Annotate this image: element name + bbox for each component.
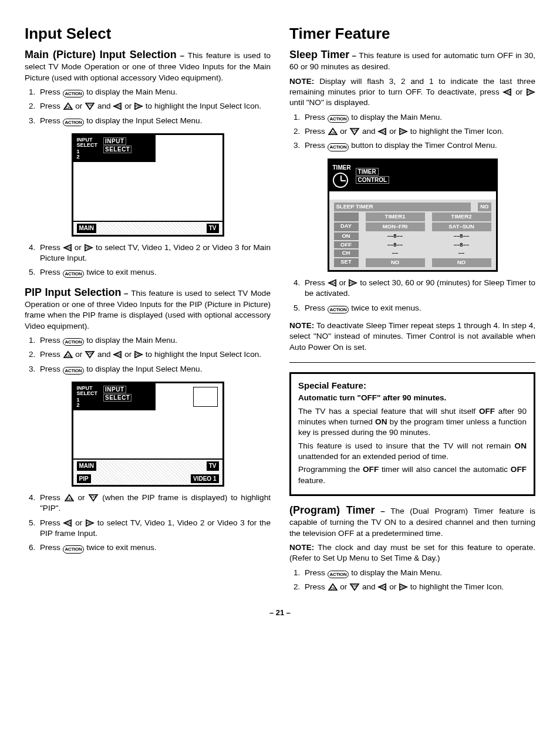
right-arrow-icon (134, 102, 143, 110)
special-heading: Special Feature: (298, 380, 527, 392)
step: Press ACTION to display the Main Menu. (38, 335, 271, 346)
action-button-icon: ACTION (63, 545, 85, 553)
right-arrow-icon (348, 279, 357, 287)
page-number: – 21 – (25, 608, 535, 618)
special-sub: Automatic turn "OFF" after 90 minutes. (298, 393, 527, 403)
down-arrow-icon (349, 583, 360, 591)
left-arrow-icon (502, 88, 512, 96)
sub-pip-input: PIP Input Selection (25, 286, 121, 298)
step: Press or and or to highlight the Input S… (38, 349, 271, 360)
main-input-steps: Press ACTION to display the Main Menu. P… (25, 87, 271, 126)
left-arrow-icon (113, 102, 122, 110)
step: Press or (when the PIP frame is displaye… (38, 493, 271, 514)
down-arrow-icon (88, 494, 99, 502)
up-arrow-icon (64, 494, 75, 502)
step: Press or to select 30, 60 or 90 (minutes… (302, 278, 535, 299)
left-arrow-icon (113, 350, 122, 359)
pip-frame-icon (193, 387, 218, 407)
left-arrow-icon (328, 279, 337, 287)
right-arrow-icon (85, 519, 95, 527)
timer-osd: TIMER TIMER CONTROL SLEEP TIMERNO TIMER1… (289, 158, 535, 272)
up-arrow-icon (63, 102, 73, 110)
right-arrow-icon (399, 583, 408, 591)
sub-sleep-timer: Sleep Timer (289, 49, 349, 60)
up-arrow-icon (63, 350, 73, 359)
action-button-icon: ACTION (63, 338, 85, 346)
divider (289, 362, 535, 363)
step: Press ACTION twice to exit menus. (38, 267, 271, 278)
up-arrow-icon (328, 583, 338, 591)
program-timer-intro: (Program) Timer – The (Dual Program) Tim… (289, 503, 535, 539)
main-input-steps-cont: Press or to select TV, Video 1, Video 2 … (25, 242, 271, 278)
step: Press ACTION twice to exit menus. (302, 303, 535, 313)
pip-input-steps-cont: Press or (when the PIP frame is displaye… (25, 493, 271, 554)
prog-steps: Press ACTION to display the Main Menu. P… (289, 568, 535, 593)
step: Press ACTION twice to exit menus. (38, 542, 271, 553)
action-button-icon: ACTION (328, 115, 349, 123)
sleep-steps: Press ACTION to display the Main Menu. P… (289, 112, 535, 151)
action-button-icon: ACTION (328, 571, 349, 578)
pip-input-intro: PIP Input Selection – This feature is us… (25, 285, 271, 332)
page-columns: Input Select Main (Picture) Input Select… (25, 23, 535, 599)
step: Press ACTION to display the Main Menu. (302, 112, 535, 123)
pip-input-steps: Press ACTION to display the Main Menu. P… (25, 335, 271, 375)
input-select-osd: INPUT SELECT 1 2 INPUT SELECT MAINTV (25, 133, 271, 237)
right-arrow-icon (84, 244, 93, 252)
step: Press ACTION to display the Input Select… (38, 116, 271, 126)
left-arrow-icon (377, 127, 387, 136)
step: Press or to select TV, Video 1, Video 2 … (38, 518, 271, 539)
step: Press or to select TV, Video 1, Video 2 … (38, 242, 271, 264)
step: Press or and or to highlight the Timer I… (302, 126, 535, 137)
main-input-intro: Main (Picture) Input Selection – This fe… (25, 48, 271, 83)
up-arrow-icon (328, 127, 338, 136)
heading-timer-feature: Timer Feature (289, 23, 535, 44)
prog-note: NOTE: The clock and day must be set for … (289, 542, 535, 564)
sleep-note: NOTE: Display will flash 3, 2 and 1 to i… (289, 76, 535, 109)
left-arrow-icon (377, 583, 387, 591)
step: Press ACTION to display the Input Select… (38, 364, 271, 375)
action-button-icon: ACTION (328, 306, 349, 313)
right-column: Timer Feature Sleep Timer – This feature… (289, 23, 535, 599)
step: Press ACTION to display the Main Menu. (38, 87, 271, 97)
action-button-icon: ACTION (63, 119, 85, 126)
left-column: Input Select Main (Picture) Input Select… (25, 23, 271, 599)
heading-input-select: Input Select (25, 23, 271, 44)
clock-icon (333, 173, 348, 188)
action-button-icon: ACTION (63, 90, 85, 97)
step: Press ACTION button to display the Timer… (302, 140, 535, 151)
down-arrow-icon (349, 127, 360, 136)
sleep-timer-intro: Sleep Timer – This feature is used for a… (289, 48, 535, 73)
special-feature-box: Special Feature: Automatic turn "OFF" af… (289, 372, 535, 496)
right-arrow-icon (526, 88, 535, 96)
step: Press or and or to highlight the Timer I… (302, 582, 535, 592)
right-arrow-icon (134, 350, 143, 359)
step: Press ACTION to display the Main Menu. (302, 568, 535, 578)
left-arrow-icon (63, 244, 72, 252)
action-button-icon: ACTION (328, 143, 349, 151)
down-arrow-icon (85, 350, 95, 359)
left-arrow-icon (63, 519, 72, 527)
down-arrow-icon (85, 102, 95, 110)
sub-main-input: Main (Picture) Input Selection (25, 49, 177, 60)
sleep-note2: NOTE: To deactivate Sleep Timer repeat s… (289, 321, 535, 353)
step: Press or and or to highlight the Input S… (38, 101, 271, 112)
right-arrow-icon (399, 127, 408, 136)
pip-input-osd: INPUT SELECT 1 2 INPUT SELECT MAINTV PIP… (25, 382, 271, 487)
sub-program-timer: (Program) Timer (289, 504, 375, 516)
action-button-icon: ACTION (63, 367, 85, 375)
action-button-icon: ACTION (63, 270, 85, 278)
sleep-steps-cont: Press or to select 30, 60 or 90 (minutes… (289, 278, 535, 313)
